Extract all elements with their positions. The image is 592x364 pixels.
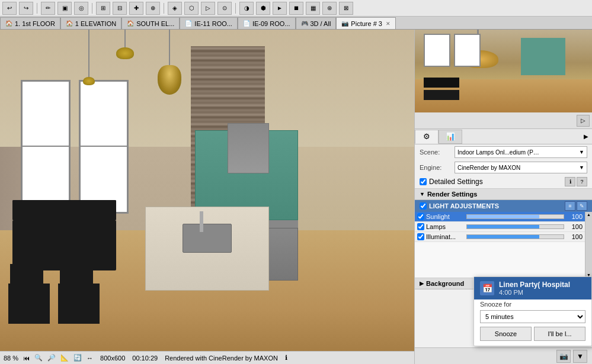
toolbar-arrowright[interactable]: ►: [273, 2, 287, 15]
sofa: [12, 220, 116, 270]
engine-dropdown[interactable]: CineRender by MAXON ▼: [455, 162, 587, 173]
render-settings-btn[interactable]: ▼: [573, 350, 587, 363]
light-row-sunlight[interactable]: Sunlight 100: [415, 212, 585, 222]
tab-ie09[interactable]: 📄 IE-09 ROO...: [238, 17, 296, 29]
toolbar-hex[interactable]: ⬡: [184, 2, 199, 15]
toolbar-star[interactable]: ⊛: [322, 2, 337, 15]
panel-tab-stats[interactable]: 📊: [439, 130, 462, 144]
main-area: 88 % ⏮ 🔍 🔎 📐 🔄 ↔ 800x600 00:10:29 Render…: [0, 30, 592, 364]
toolbar-select[interactable]: ▣: [57, 2, 72, 15]
rotate-icon[interactable]: 🔄: [73, 354, 82, 362]
light-table-btn1[interactable]: ≡: [565, 201, 575, 211]
right-panel: ▷ ⚙ 📊 ▶ Scene: Indoor Lamps Onl...edium …: [414, 30, 592, 364]
pan-icon[interactable]: ↔: [87, 355, 93, 362]
nav-icon-1[interactable]: ⏮: [23, 355, 30, 362]
toolbar-redo[interactable]: ↪: [19, 2, 33, 15]
sunlight-checkbox[interactable]: [417, 213, 424, 220]
settings-tab-icon: ⚙: [423, 132, 430, 141]
notif-title: Linen Party( Hospital: [499, 281, 570, 289]
camera-render-btn[interactable]: 📷: [556, 350, 571, 363]
settings-info-btn[interactable]: ℹ: [565, 177, 575, 186]
toolbar-half[interactable]: ◑: [239, 2, 254, 15]
toolbar-ring[interactable]: ⊙: [217, 2, 232, 15]
toolbar-box[interactable]: ⊠: [339, 2, 353, 15]
toolbar-sep2: [92, 3, 92, 14]
toolbar-stop[interactable]: ⏹: [289, 2, 303, 15]
sunlight-slider[interactable]: [466, 214, 564, 219]
pendant-light-3: [158, 30, 181, 95]
toolbar-play[interactable]: ▷: [201, 2, 215, 15]
engine-value: CineRender by MAXON: [457, 165, 520, 171]
tab-3d-icon: 🎮: [301, 20, 308, 27]
viewport[interactable]: 88 % ⏮ 🔍 🔎 📐 🔄 ↔ 800x600 00:10:29 Render…: [0, 30, 414, 364]
lamps-checkbox[interactable]: [417, 223, 424, 230]
panel-tabs: ⚙ 📊 ▶: [415, 129, 592, 144]
light-row-illumination[interactable]: Illuminat... 100: [415, 232, 585, 242]
tab-south[interactable]: 🏠 SOUTH EL...: [121, 17, 180, 29]
tab-elevation[interactable]: 🏠 1 ELEVATION: [60, 17, 121, 29]
tab-picture[interactable]: 📷 Picture # 3 ✕: [336, 17, 396, 29]
toolbar-sep1: [37, 3, 37, 14]
render-settings-header[interactable]: ▼ Render Settings: [415, 188, 592, 200]
illumination-checkbox[interactable]: [417, 233, 424, 240]
toolbar-grid[interactable]: ⊞: [96, 2, 110, 15]
sink: [183, 224, 232, 253]
tab-elevation-icon: 🏠: [66, 20, 73, 27]
tab-south-label: SOUTH EL...: [136, 20, 174, 27]
fit-icon[interactable]: 📐: [60, 354, 69, 362]
panel-tab-settings[interactable]: ⚙: [415, 130, 439, 144]
toolbar-pattern[interactable]: ▦: [306, 2, 320, 15]
engine-row: Engine: CineRender by MAXON ▼: [415, 160, 592, 175]
tab-picture-close[interactable]: ✕: [386, 21, 391, 27]
tab-ie11[interactable]: 📄 IE-11 ROO...: [180, 17, 238, 29]
render-settings-arrow: ▼: [420, 191, 425, 197]
notif-dismiss-btn[interactable]: I'll be l...: [534, 327, 585, 341]
detailed-settings-checkbox[interactable]: [420, 178, 427, 185]
light-scroll[interactable]: ▲ ▼: [585, 212, 592, 278]
background-arrow: ▶: [420, 281, 424, 286]
panel-expand-btn[interactable]: ▷: [577, 115, 590, 127]
sofa-back: [12, 200, 116, 220]
panel-tab-more[interactable]: ▶: [580, 130, 592, 144]
notif-snooze-btn[interactable]: Snooze: [480, 327, 532, 341]
scene-dropdown-arrow: ▼: [579, 149, 584, 155]
scene-row: Scene: Indoor Lamps Onl...edium (Physica…: [415, 144, 592, 160]
scroll-up[interactable]: ▲: [586, 212, 591, 217]
toolbar-hexfill[interactable]: ⬢: [256, 2, 270, 15]
window-left-2: [79, 80, 129, 214]
lamps-slider[interactable]: [466, 224, 564, 229]
settings-help-btn[interactable]: ?: [577, 177, 587, 186]
toolbar-add[interactable]: ✚: [129, 2, 143, 15]
tab-ie11-label: IE-11 ROO...: [194, 20, 232, 27]
zoom-out-icon[interactable]: 🔍: [34, 354, 43, 362]
notif-header: 📅 Linen Party( Hospital 4:00 PM: [474, 277, 591, 299]
light-row-lamps[interactable]: Lamps 100: [415, 222, 585, 232]
status-bar: 88 % ⏮ 🔍 🔎 📐 🔄 ↔ 800x600 00:10:29 Render…: [0, 351, 414, 364]
toolbar-circle[interactable]: ◎: [74, 2, 88, 15]
toolbar-minus[interactable]: ⊟: [113, 2, 127, 15]
notif-snooze-select[interactable]: 5 minutes: [480, 310, 585, 323]
sunlight-name: Sunlight: [426, 213, 465, 220]
notif-time: 4:00 PM: [499, 289, 570, 296]
scene-label: Scene:: [420, 149, 452, 156]
toolbar-sep3: [164, 3, 164, 14]
toolbar-target[interactable]: ⊕: [146, 2, 160, 15]
scene-dropdown[interactable]: Indoor Lamps Onl...edium (Physical) ▼: [455, 146, 587, 158]
zoom-in-icon[interactable]: 🔎: [47, 354, 56, 362]
tab-1st-floor[interactable]: 🏠 1. 1st FLOOR: [0, 17, 60, 29]
tab-3d[interactable]: 🎮 3D / All: [296, 17, 337, 29]
light-table-btn2[interactable]: ✎: [577, 201, 587, 211]
toolbar-sep4: [235, 3, 236, 14]
light-adjustments-checkbox[interactable]: [420, 202, 427, 210]
info-icon[interactable]: ℹ: [285, 354, 287, 362]
room-scene: [0, 30, 414, 364]
notif-header-text: Linen Party( Hospital 4:00 PM: [499, 281, 570, 296]
notif-calendar-icon: 📅: [480, 281, 494, 295]
tab-ie11-icon: 📄: [185, 20, 192, 27]
toolbar-pen[interactable]: ✏: [41, 2, 55, 15]
toolbar-undo[interactable]: ↩: [2, 2, 17, 15]
illumination-slider[interactable]: [466, 234, 564, 239]
background-label: Background: [426, 280, 464, 287]
render-settings-title: Render Settings: [427, 191, 477, 198]
toolbar-diamond[interactable]: ◈: [168, 2, 182, 15]
